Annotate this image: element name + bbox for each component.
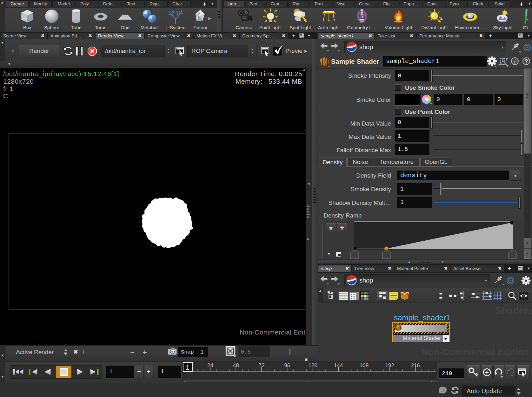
svg-text:216: 216 (411, 362, 420, 368)
svg-text:1: 1 (186, 364, 190, 371)
svg-text:192: 192 (385, 362, 394, 368)
svg-text:H: H (499, 55, 508, 67)
svg-text:168: 168 (360, 362, 369, 368)
svg-text:144: 144 (334, 362, 343, 368)
svg-text:48: 48 (233, 362, 239, 368)
svg-text:24: 24 (207, 362, 213, 368)
svg-text:96: 96 (284, 362, 290, 368)
svg-text:72: 72 (259, 362, 265, 368)
svg-text:240: 240 (436, 362, 437, 368)
svg-text:120: 120 (308, 362, 317, 368)
